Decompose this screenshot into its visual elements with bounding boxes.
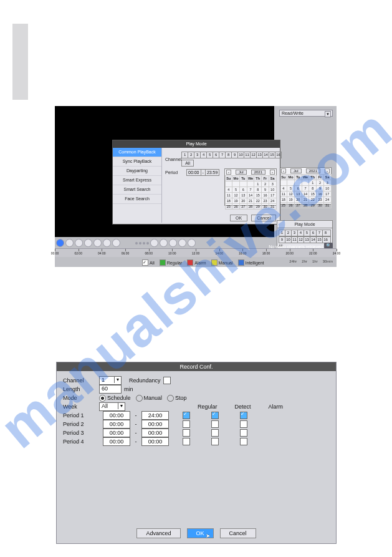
chan-cell[interactable]: 16 [275,152,281,158]
menu-sync-playback[interactable]: Sync PlayBack [113,157,161,167]
pause-button[interactable] [93,239,102,247]
chan-cell[interactable]: 3 [194,152,201,158]
cal-next-icon[interactable]: › [325,168,330,173]
cal-month-select[interactable]: Jul [290,168,302,173]
channel-all-button[interactable]: All [181,160,194,167]
checkbox-icon[interactable]: ✓ [142,259,148,266]
mini-chan[interactable]: 9 [279,237,285,243]
period2-to[interactable]: 00:00 [141,420,169,429]
mini-chan[interactable]: 4 [298,230,304,236]
next-frame-button[interactable] [112,239,120,247]
channel-grid[interactable]: 1 2 3 4 5 6 7 8 9 10 11 12 13 14 [181,152,282,158]
stop-button[interactable] [65,239,74,247]
mini-chan[interactable]: 3 [292,230,298,236]
menu-smart-search[interactable]: Smart Search [113,185,161,195]
chan-cell[interactable]: 10 [238,152,244,158]
chan-cell[interactable]: 11 [244,152,251,158]
advanced-button[interactable]: Advanced [136,528,180,538]
rewind-button[interactable] [84,239,92,247]
mini-chan[interactable]: 16 [323,237,328,243]
calendar-panel-right[interactable]: ‹ Jul 2021 › Su Mo Tu We Th Fr Sa 123 45… [279,167,332,205]
chan-cell[interactable]: 8 [226,152,232,158]
mini-chan[interactable]: 11 [292,237,298,243]
period1-to[interactable]: 24:00 [141,411,169,420]
chan-cell[interactable]: 13 [257,152,263,158]
period1-regular-check[interactable] [183,412,190,419]
cal-month-select[interactable]: Jul [236,170,247,175]
mini-chan[interactable]: 15 [317,237,323,243]
period2-regular-check[interactable] [183,420,190,428]
mini-chan[interactable]: 2 [285,230,292,236]
backup-button[interactable] [188,239,196,247]
mini-chan[interactable]: 5 [304,230,310,236]
chan-cell[interactable]: 15 [269,152,275,158]
period1-from[interactable]: 00:00 [103,411,130,420]
zoom-2hr[interactable]: 2hr [302,259,307,263]
period4-detect-check[interactable] [211,438,219,445]
menu-common-playback[interactable]: Common PlayBack [113,148,161,157]
period4-from[interactable]: 00:00 [103,437,130,446]
week-select[interactable]: All ▼ [99,402,125,411]
menu-smart-express[interactable]: Smart Express [113,176,161,185]
mini-chan[interactable]: 13 [304,237,310,243]
prev-frame-button[interactable] [75,239,83,247]
redundancy-checkbox[interactable] [163,377,171,384]
mini-chan[interactable]: 8 [323,230,328,236]
timeline[interactable]: 00:0002:0004:0006:0008:0010:0012:0014:00… [55,248,337,257]
zoom-1hr[interactable]: 1hr [312,259,318,263]
cal-year-select[interactable]: 2021 [251,170,265,175]
calendar-panel-dialog[interactable]: ‹ Jul 2021 › Su Mo Tu We Th Fr Sa 123 45… [224,168,277,206]
play-button[interactable] [56,239,64,247]
chan-cell[interactable]: 12 [251,152,257,158]
channel-select[interactable]: 1 ▼ [99,376,122,385]
period3-regular-check[interactable] [183,429,190,437]
chan-cell[interactable]: 14 [263,152,269,158]
edit-button[interactable] [169,239,177,247]
mode-schedule-radio[interactable] [99,395,106,402]
mini-chan[interactable]: 12 [298,237,304,243]
period3-alarm-check[interactable] [240,429,247,437]
ok-button[interactable]: OK ➤ [187,528,214,538]
chan-cell[interactable]: 6 [213,152,219,158]
menu-face-search[interactable]: Face Search [113,195,161,204]
mini-chan[interactable]: 6 [310,230,317,236]
chan-cell[interactable]: 9 [232,152,238,158]
fast-forward-button[interactable] [103,239,111,247]
zoom-24hr[interactable]: 24hr [289,259,297,263]
length-input[interactable]: 60 [99,385,122,394]
zoom-options[interactable]: 24hr 2hr 1hr 30min [289,259,333,263]
cal-day[interactable]: 31 [323,202,332,208]
repeat-button[interactable] [160,239,168,247]
period3-to[interactable]: 00:00 [141,429,169,437]
period3-detect-check[interactable] [211,429,219,437]
period-input[interactable]: 00:00 - 23:59 [186,169,219,176]
period1-detect-check[interactable] [211,412,219,419]
period-to[interactable]: 23:59 [206,170,219,175]
menu-dayparting[interactable]: Dayparting [113,167,161,176]
ok-button[interactable]: OK [230,215,247,221]
period2-from[interactable]: 00:00 [103,420,130,429]
mini-chan[interactable]: 7 [317,230,323,236]
mode-stop-radio[interactable] [167,395,174,402]
mode-manual-radio[interactable] [136,395,143,402]
cal-prev-icon[interactable]: ‹ [281,168,286,173]
cal-prev-icon[interactable]: ‹ [226,170,231,175]
chan-cell[interactable]: 1 [182,152,188,158]
period4-regular-check[interactable] [183,438,190,445]
chan-cell[interactable]: 4 [201,152,207,158]
period4-alarm-check[interactable] [240,438,247,445]
period-from[interactable]: 00:00 [187,170,201,175]
period2-detect-check[interactable] [211,420,219,428]
chan-cell[interactable]: 5 [207,152,213,158]
period4-to[interactable]: 00:00 [141,437,169,446]
zoom-30min[interactable]: 30min [323,259,333,263]
cancel-button[interactable]: Cancel [220,528,256,538]
dropdown-arrow-icon[interactable]: ▼ [118,403,125,409]
cal-year-select[interactable]: 2021 [306,168,320,173]
chan-cell[interactable]: 2 [188,152,194,158]
chan-cell[interactable]: 7 [219,152,226,158]
cal-day[interactable]: 31 [269,203,277,210]
dropdown-arrow-icon[interactable]: ▼ [325,111,331,117]
period2-alarm-check[interactable] [240,420,247,428]
mini-chan[interactable]: 14 [310,237,317,243]
